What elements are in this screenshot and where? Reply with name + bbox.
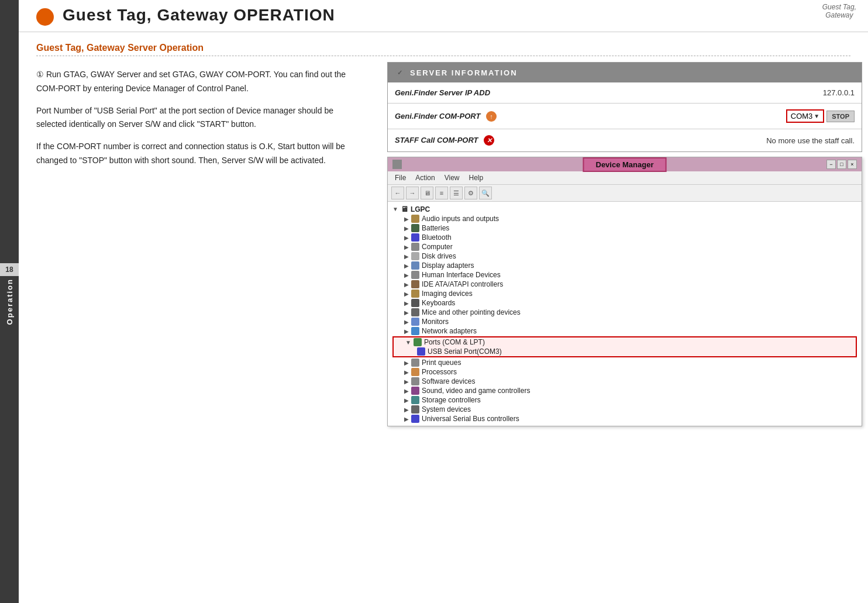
tree-item-storage: ▶ Storage controllers xyxy=(392,395,857,405)
text-para2: Port Number of "USB Serial Port" at the … xyxy=(36,104,364,132)
x-icon: ✕ xyxy=(484,135,494,146)
tree-item-disk: ▶ Disk drives xyxy=(392,251,857,261)
toolbar-btn6[interactable]: ⚙ xyxy=(464,187,477,199)
staff-call-row: STAFF Call COM-PORT ✕ No more use the st… xyxy=(388,129,862,151)
tree-item-ide: ▶ IDE ATA/ATAPI controllers xyxy=(392,280,857,289)
server-ip-row: Geni.Finder Server IP ADD 127.0.0.1 xyxy=(388,82,862,104)
main-content: Guest Tag, Gateway OPERATION Guest Tag, … xyxy=(19,0,868,603)
toolbar-btn4[interactable]: ≡ xyxy=(435,187,448,199)
tree-item-usb-serial: USB Serial Port(COM3) xyxy=(394,347,856,356)
dm-title-icon xyxy=(392,160,402,169)
header-corner: Guest Tag, Gateway xyxy=(822,3,856,19)
toolbar-btn5[interactable]: ☰ xyxy=(450,187,463,199)
text-para1: ① Run GTAG, GWAY Server and set GTAG, GW… xyxy=(36,68,364,96)
tree-item-usb-controllers: ▶ Universal Serial Bus controllers xyxy=(392,414,857,423)
tree-item-ports: ▼ Ports (COM & LPT) xyxy=(394,337,856,347)
com-port-value: COM3 xyxy=(791,112,813,120)
header-icon xyxy=(36,8,54,26)
section-title: Guest Tag, Gateway Server Operation xyxy=(36,43,850,56)
server-info-panel: ✓ SERVER INFORMATION Geni.Finder Server … xyxy=(387,62,862,152)
toolbar-back[interactable]: ← xyxy=(391,187,404,199)
dm-tree: ▼ 🖥 LGPC ▶ Audio inputs and outputs ▶ Ba… xyxy=(388,202,862,426)
tree-item-software: ▶ Software devices xyxy=(392,377,857,386)
header: Guest Tag, Gateway OPERATION Guest Tag, … xyxy=(19,0,868,32)
ip-value: 127.0.0.1 xyxy=(823,88,855,97)
tree-item-keyboards: ▶ Keyboards xyxy=(392,298,857,308)
menu-help[interactable]: Help xyxy=(464,173,488,183)
tree-item-sound: ▶ Sound, video and game controllers xyxy=(392,386,857,395)
dm-titlebar: Device Manager − □ × xyxy=(388,157,862,171)
panel-column: ✓ SERVER INFORMATION Geni.Finder Server … xyxy=(381,62,868,426)
tree-item-imaging: ▶ Imaging devices xyxy=(392,289,857,298)
com-port-box[interactable]: COM3 ▼ xyxy=(786,109,824,123)
tree-item-processors: ▶ Processors xyxy=(392,367,857,377)
ip-label: Geni.Finder Server IP ADD xyxy=(395,88,823,97)
sidebar: Operation xyxy=(0,0,19,603)
dm-menubar: File Action View Help xyxy=(388,171,862,185)
tree-item-bluetooth: ▶ Bluetooth xyxy=(392,233,857,242)
close-button[interactable]: × xyxy=(848,160,857,169)
tree-item-network: ▶ Network adapters xyxy=(392,326,857,336)
text-column: ① Run GTAG, GWAY Server and set GTAG, GW… xyxy=(19,62,381,426)
tree-item-hid: ▶ Human Interface Devices xyxy=(392,270,857,280)
server-info-header: ✓ SERVER INFORMATION xyxy=(388,63,862,82)
tree-item-batteries: ▶ Batteries xyxy=(392,223,857,233)
tree-item-computer: ▶ Computer xyxy=(392,242,857,251)
corner-line1: Guest Tag, xyxy=(822,3,856,11)
root-label: LGPC xyxy=(411,205,430,213)
tree-item-system: ▶ System devices xyxy=(392,405,857,414)
tree-item-mice: ▶ Mice and other pointing devices xyxy=(392,308,857,317)
menu-file[interactable]: File xyxy=(390,173,411,183)
dm-controls: − □ × xyxy=(826,160,857,169)
com-label: Geni.Finder COM-PORT ↑ xyxy=(395,111,786,122)
staff-value: No more use the staff call. xyxy=(766,136,855,145)
menu-view[interactable]: View xyxy=(440,173,464,183)
toolbar-btn7[interactable]: 🔍 xyxy=(479,187,492,199)
device-manager-window: Device Manager − □ × File Action View He… xyxy=(387,157,862,426)
com-port-row: Geni.Finder COM-PORT ↑ COM3 ▼ STOP xyxy=(388,104,862,129)
minimize-button[interactable]: − xyxy=(826,160,836,169)
tree-root: ▼ 🖥 LGPC xyxy=(392,204,857,214)
menu-action[interactable]: Action xyxy=(411,173,439,183)
toolbar-forward[interactable]: → xyxy=(406,187,419,199)
corner-line2: Gateway xyxy=(822,11,856,19)
sidebar-label: Operation xyxy=(5,278,14,325)
up-arrow-icon: ↑ xyxy=(486,111,497,122)
tree-item-audio: ▶ Audio inputs and outputs xyxy=(392,214,857,223)
tree-item-display: ▶ Display adapters xyxy=(392,261,857,270)
stop-button[interactable]: STOP xyxy=(826,111,855,122)
toolbar-btn3[interactable]: 🖥 xyxy=(421,187,433,199)
dm-title-text: Device Manager xyxy=(583,157,667,172)
root-expand-arrow[interactable]: ▼ xyxy=(392,206,398,212)
tree-item-monitors: ▶ Monitors xyxy=(392,317,857,326)
com-port-container: COM3 ▼ STOP xyxy=(786,109,855,123)
page-number: 18 xyxy=(0,263,19,276)
dropdown-arrow-icon[interactable]: ▼ xyxy=(814,113,819,119)
maximize-button[interactable]: □ xyxy=(837,160,846,169)
checkmark-icon: ✓ xyxy=(395,67,405,78)
tree-item-print: ▶ Print queues xyxy=(392,358,857,367)
staff-label: STAFF Call COM-PORT ✕ xyxy=(395,135,766,146)
dm-toolbar: ← → 🖥 ≡ ☰ ⚙ 🔍 xyxy=(388,185,862,202)
page-title: Guest Tag, Gateway OPERATION xyxy=(63,6,335,25)
server-info-title: SERVER INFORMATION xyxy=(410,68,518,77)
two-col-layout: ① Run GTAG, GWAY Server and set GTAG, GW… xyxy=(19,62,868,426)
text-para3: If the COM-PORT number is correct and co… xyxy=(36,140,364,168)
